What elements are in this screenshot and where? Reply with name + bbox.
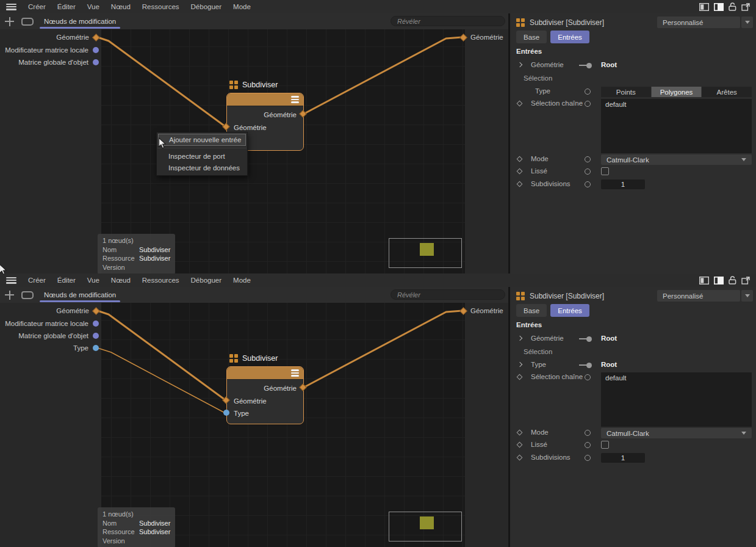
hamburger-menu-icon[interactable]: [6, 277, 16, 284]
matrix-port-icon[interactable]: [93, 333, 99, 339]
connected-port-icon[interactable]: [579, 336, 592, 342]
minimap[interactable]: [389, 238, 462, 268]
menu-mode[interactable]: Mode: [233, 277, 251, 284]
graph-input-type[interactable]: Type: [0, 343, 101, 353]
subdivisions-input[interactable]: 1: [601, 179, 645, 189]
menu-noeud[interactable]: Nœud: [111, 3, 131, 10]
type-port-icon[interactable]: [93, 345, 99, 351]
node-type-port-icon[interactable]: [223, 410, 229, 416]
tab-entrees[interactable]: Entrées: [550, 304, 589, 317]
popout-icon[interactable]: [741, 3, 750, 11]
menu-item-add-input[interactable]: Ajouter nouvelle entrée: [158, 134, 246, 146]
graph-input-local-matrix[interactable]: Modificateur matrice locale: [0, 319, 101, 328]
port-circle-icon[interactable]: [585, 374, 591, 380]
node-menu-icon[interactable]: [290, 95, 300, 104]
diamond-port-icon[interactable]: [517, 374, 523, 380]
tab-base[interactable]: Base: [516, 304, 547, 317]
menu-noeud[interactable]: Nœud: [111, 277, 131, 284]
preset-dropdown-arrow[interactable]: [741, 290, 753, 302]
port-circle-icon[interactable]: [585, 442, 591, 448]
add-tab-icon[interactable]: [5, 17, 14, 26]
option-polygones[interactable]: Polygones: [652, 87, 702, 97]
subdiviser-node[interactable]: Géométrie Géométrie Type: [226, 366, 304, 424]
preset-dropdown[interactable]: Personnalisé: [657, 290, 740, 302]
tab-noeuds-de-modification[interactable]: Nœuds de modification: [40, 287, 120, 303]
layout-split-left-icon[interactable]: [699, 277, 709, 284]
matrix-port-icon[interactable]: [93, 47, 99, 53]
graph-canvas[interactable]: Géométrie Modificateur matrice locale Ma…: [0, 29, 508, 274]
preset-dropdown-arrow[interactable]: [741, 16, 753, 28]
node-header[interactable]: [227, 93, 303, 106]
node-menu-icon[interactable]: [290, 369, 300, 377]
geometry-port-icon[interactable]: [459, 307, 467, 315]
connected-port-icon[interactable]: [579, 362, 592, 368]
diamond-port-icon[interactable]: [517, 455, 523, 461]
node-header[interactable]: [227, 367, 303, 380]
port-circle-icon[interactable]: [585, 455, 591, 461]
tag-icon[interactable]: [21, 18, 34, 26]
menu-deboguer[interactable]: Déboguer: [191, 3, 222, 10]
expand-chevron-icon[interactable]: [517, 336, 522, 341]
graph-canvas[interactable]: Géométrie Modificateur matrice locale Ma…: [0, 303, 508, 547]
diamond-port-icon[interactable]: [517, 181, 523, 187]
connected-port-icon[interactable]: [579, 62, 592, 68]
smooth-checkbox[interactable]: [601, 441, 609, 449]
option-points[interactable]: Points: [601, 87, 651, 97]
hamburger-menu-icon[interactable]: [6, 4, 16, 10]
expand-chevron-icon[interactable]: [517, 362, 522, 367]
port-circle-icon[interactable]: [585, 181, 591, 187]
tab-base[interactable]: Base: [516, 31, 547, 43]
reveal-search-input[interactable]: [391, 16, 505, 26]
matrix-port-icon[interactable]: [93, 321, 99, 327]
selection-string-field[interactable]: default: [601, 372, 752, 427]
option-aretes[interactable]: Arêtes: [702, 87, 752, 97]
preset-dropdown[interactable]: Personnalisé: [657, 16, 740, 28]
menu-editer[interactable]: Éditer: [57, 277, 76, 284]
menu-creer[interactable]: Créer: [28, 277, 46, 284]
graph-input-geometry[interactable]: Géométrie: [0, 32, 101, 42]
menu-creer[interactable]: Créer: [28, 3, 46, 10]
layout-split-right-icon[interactable]: [714, 277, 724, 284]
diamond-port-icon[interactable]: [517, 430, 523, 436]
menu-deboguer[interactable]: Déboguer: [191, 277, 222, 284]
graph-input-global-matrix[interactable]: Matrice globale d'objet: [0, 57, 101, 67]
minimap[interactable]: [389, 512, 462, 542]
port-circle-icon[interactable]: [585, 89, 591, 95]
menu-item-port-inspector[interactable]: Inspecteur de port: [157, 150, 247, 162]
menu-editer[interactable]: Éditer: [57, 3, 76, 10]
menu-ressources[interactable]: Ressources: [142, 277, 179, 284]
layout-split-left-icon[interactable]: [699, 3, 709, 11]
geometry-port-icon[interactable]: [92, 307, 100, 315]
graph-output-geometry[interactable]: Géométrie: [461, 32, 503, 42]
graph-input-local-matrix[interactable]: Modificateur matrice locale: [0, 45, 101, 55]
port-circle-icon[interactable]: [585, 156, 591, 162]
add-tab-icon[interactable]: [5, 291, 14, 300]
reveal-search-input[interactable]: [391, 289, 505, 300]
expand-chevron-icon[interactable]: [517, 62, 522, 67]
selection-string-field[interactable]: default: [601, 99, 752, 153]
mode-dropdown[interactable]: Catmull-Clark: [601, 154, 752, 165]
tab-noeuds-de-modification[interactable]: Nœuds de modification: [40, 13, 120, 29]
layout-split-right-icon[interactable]: [714, 3, 724, 11]
geometry-port-icon[interactable]: [459, 34, 467, 42]
popout-icon[interactable]: [741, 277, 750, 284]
menu-item-data-inspector[interactable]: Inspecteur de données: [157, 162, 247, 173]
port-circle-icon[interactable]: [585, 101, 591, 107]
graph-input-geometry[interactable]: Géométrie: [0, 306, 101, 316]
diamond-port-icon[interactable]: [517, 442, 523, 448]
smooth-checkbox[interactable]: [601, 167, 609, 175]
diamond-port-icon[interactable]: [517, 156, 523, 162]
port-circle-icon[interactable]: [585, 430, 591, 436]
tab-entrees[interactable]: Entrées: [550, 31, 589, 43]
subdivisions-input[interactable]: 1: [601, 453, 645, 463]
tag-icon[interactable]: [21, 291, 34, 299]
menu-mode[interactable]: Mode: [233, 3, 251, 10]
port-circle-icon[interactable]: [585, 168, 591, 175]
mode-dropdown[interactable]: Catmull-Clark: [601, 428, 752, 438]
lock-icon[interactable]: [729, 2, 736, 11]
matrix-port-icon[interactable]: [93, 59, 99, 65]
menu-vue[interactable]: Vue: [87, 277, 99, 284]
geometry-port-icon[interactable]: [92, 34, 100, 42]
graph-input-global-matrix[interactable]: Matrice globale d'objet: [0, 331, 101, 341]
graph-output-geometry[interactable]: Géométrie: [461, 306, 503, 316]
